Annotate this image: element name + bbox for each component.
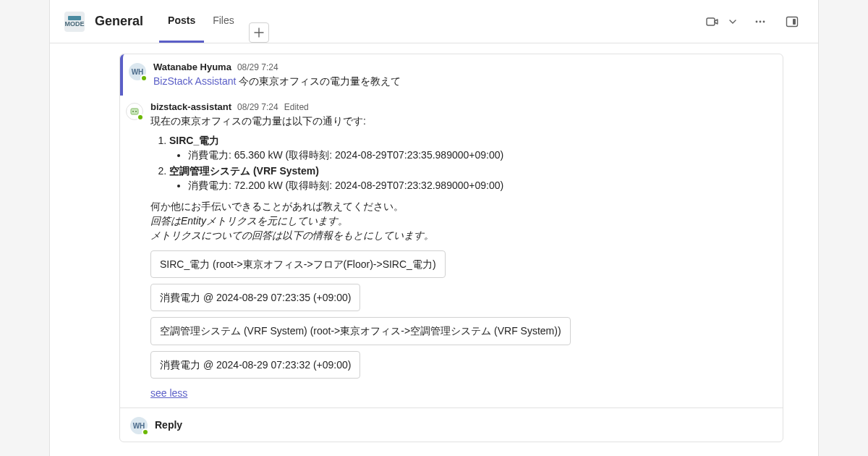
add-tab-button[interactable]	[249, 22, 269, 43]
svg-rect-0	[707, 18, 715, 25]
channel-avatar: MODE	[64, 12, 85, 32]
list-item: SIRC_電力 消費電力: 65.360 kW (取得時刻: 2024-08-2…	[169, 133, 773, 163]
metric-chip[interactable]: 空調管理システム (VRF System) (root->東京オフィス->空調管…	[150, 317, 571, 345]
reply-row[interactable]: WH Reply	[120, 408, 783, 442]
see-less-link[interactable]: see less	[150, 387, 187, 399]
channel-header: MODE General Posts Files	[50, 0, 818, 43]
thread-card: WH Watanabe Hyuma 08/29 7:24 BizStack As…	[119, 54, 783, 442]
see-less-row: see less	[150, 386, 773, 400]
metric-chip[interactable]: 消費電力 @ 2024-08-29 07:23:35 (+09:00)	[150, 284, 360, 311]
meet-dropdown[interactable]	[726, 10, 740, 33]
metric-chip[interactable]: 消費電力 @ 2024-08-29 07:23:32 (+09:00)	[150, 351, 360, 379]
user-text: 今の東京オフィスの電力量を教えて	[239, 75, 401, 87]
panel-icon	[785, 14, 799, 29]
chevron-down-icon	[729, 18, 736, 25]
item-detail: 消費電力: 72.200 kW (取得時刻: 2024-08-29T07:23:…	[188, 178, 773, 193]
svg-point-7	[132, 111, 134, 112]
message-user: WH Watanabe Hyuma 08/29 7:24 BizStack As…	[120, 54, 783, 96]
channel-title: General	[95, 14, 143, 29]
avatar	[126, 103, 143, 120]
svg-point-1	[756, 20, 758, 22]
svg-point-3	[763, 20, 765, 22]
svg-rect-5	[793, 19, 796, 25]
svg-point-2	[760, 20, 762, 22]
metric-chip[interactable]: SIRC_電力 (root->東京オフィス->フロア(Floor)->SIRC_…	[150, 250, 446, 278]
presence-available-icon	[137, 114, 144, 121]
metric-chips: SIRC_電力 (root->東京オフィス->フロア(Floor)->SIRC_…	[150, 250, 773, 379]
avatar: WH	[130, 417, 148, 434]
bot-closing: 何か他にお手伝いできることがあれば教えてください。	[150, 199, 773, 214]
message-text: 現在の東京オフィスの電力量は以下の通りです: SIRC_電力 消費電力: 65.…	[150, 114, 773, 400]
tab-files[interactable]: Files	[204, 0, 243, 43]
svg-point-8	[135, 111, 137, 112]
bot-note-1: 回答はEntityメトリクスを元にしています。	[150, 214, 773, 228]
more-button[interactable]	[749, 10, 772, 33]
item-detail: 消費電力: 65.360 kW (取得時刻: 2024-08-29T07:23:…	[188, 148, 773, 162]
svg-rect-4	[787, 17, 798, 26]
tab-posts[interactable]: Posts	[159, 0, 204, 43]
channel-pane: MODE General Posts Files	[49, 0, 819, 456]
list-item: 空調管理システム (VRF System) 消費電力: 72.200 kW (取…	[169, 164, 773, 193]
reply-label[interactable]: Reply	[155, 419, 182, 431]
presence-available-icon	[140, 75, 148, 82]
item-name: 空調管理システム (VRF System)	[169, 165, 319, 177]
plus-icon	[254, 28, 264, 38]
mention[interactable]: BizStack Assistant	[153, 75, 236, 87]
bot-intro: 現在の東京オフィスの電力量は以下の通りです:	[150, 114, 773, 128]
avatar: WH	[129, 63, 146, 80]
presence-available-icon	[142, 428, 149, 436]
author-name: Watanabe Hyuma	[153, 62, 231, 72]
open-pane-button[interactable]	[780, 10, 804, 33]
edited-label: Edited	[284, 102, 309, 112]
message-text: BizStack Assistant 今の東京オフィスの電力量を教えて	[153, 74, 773, 88]
video-icon	[705, 14, 720, 29]
meet-button[interactable]	[701, 10, 724, 33]
header-actions	[701, 10, 804, 33]
item-name: SIRC_電力	[169, 135, 219, 146]
svg-rect-6	[131, 109, 138, 114]
tabs-row: Posts Files	[159, 0, 269, 43]
more-icon	[754, 15, 767, 28]
timestamp: 08/29 7:24	[237, 62, 278, 72]
bot-note-2: メトリクスについての回答は以下の情報をもとにしています。	[150, 228, 773, 242]
power-list: SIRC_電力 消費電力: 65.360 kW (取得時刻: 2024-08-2…	[150, 133, 773, 193]
message-bot: bizstack-assistant 08/29 7:24 Edited 現在の…	[120, 96, 783, 408]
timestamp: 08/29 7:24	[237, 102, 278, 112]
author-name: bizstack-assistant	[150, 101, 231, 112]
messages-area: WH Watanabe Hyuma 08/29 7:24 BizStack As…	[50, 43, 818, 456]
